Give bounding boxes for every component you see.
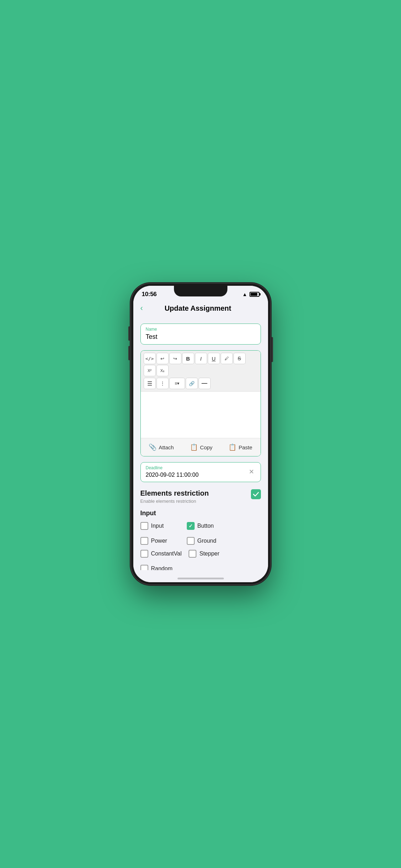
checkbox-label-random: Random xyxy=(151,565,173,570)
redo-button[interactable]: ↪ xyxy=(169,353,181,364)
volume-down-button[interactable] xyxy=(128,346,130,360)
input-section-title: Input xyxy=(140,510,261,517)
power-button[interactable] xyxy=(272,337,273,362)
name-label: Name xyxy=(146,327,256,332)
battery-icon xyxy=(250,292,259,297)
home-bar xyxy=(178,578,224,579)
checkbox-item-stepper[interactable]: Stepper xyxy=(189,550,228,558)
deadline-left: Deadline 2020-09-02 11:00:00 xyxy=(146,465,199,478)
editor-footer: 📎 Attach 📋 Copy 📋 Paste xyxy=(141,438,261,456)
attach-label: Attach xyxy=(159,444,174,450)
restriction-subtitle: Enable elements restriction xyxy=(140,498,209,504)
notch xyxy=(174,286,227,296)
copy-label: Copy xyxy=(200,444,212,450)
copy-button[interactable]: 📋 Copy xyxy=(186,442,216,453)
checkbox-label-ground: Ground xyxy=(197,538,216,544)
editor-toolbar: </> ↩ ↪ B I U 🖊 S X² X₂ ☰ ⋮ ≡▾ xyxy=(141,351,261,392)
name-input[interactable] xyxy=(146,333,256,341)
name-field: Name xyxy=(140,324,261,345)
checkbox-random[interactable] xyxy=(140,565,148,570)
bullet-list-button[interactable]: ☰ xyxy=(144,378,156,389)
checkbox-label-button: Button xyxy=(197,523,214,529)
italic-button[interactable]: I xyxy=(195,353,207,364)
checkbox-item-button[interactable]: Button xyxy=(187,522,226,530)
paste-label: Paste xyxy=(238,444,252,450)
checkbox-button[interactable] xyxy=(187,522,195,530)
superscript-button[interactable]: X² xyxy=(144,365,156,376)
volume-up-button[interactable] xyxy=(128,326,130,341)
checkbox-ground[interactable] xyxy=(187,537,195,545)
strikethrough-button[interactable]: S xyxy=(233,353,246,364)
check-icon xyxy=(253,491,259,497)
checkbox-label-input: Input xyxy=(151,523,164,529)
checkbox-constantval[interactable] xyxy=(140,550,148,558)
subscript-button[interactable]: X₂ xyxy=(156,365,169,376)
deadline-value: 2020-09-02 11:00:00 xyxy=(146,472,199,478)
input-section: Input Input Button xyxy=(140,510,261,570)
restriction-toggle[interactable] xyxy=(251,489,261,499)
toolbar-row-2: ☰ ⋮ ≡▾ 🔗 — xyxy=(144,378,258,389)
input-checkbox-grid: Input Button Power Ground xyxy=(140,522,261,570)
deadline-field[interactable]: Deadline 2020-09-02 11:00:00 ✕ xyxy=(140,462,261,482)
attach-icon: 📎 xyxy=(149,443,156,451)
checkbox-label-constantval: ConstantVal xyxy=(151,551,182,557)
content-scroll[interactable]: Name </> ↩ ↪ B I U 🖊 S X² X₂ xyxy=(133,318,268,570)
code-button[interactable]: </> xyxy=(144,353,156,364)
checkbox-stepper[interactable] xyxy=(189,550,196,558)
toolbar-row-1: </> ↩ ↪ B I U 🖊 S X² X₂ xyxy=(144,353,258,376)
checkbox-item-power[interactable]: Power xyxy=(140,537,180,545)
hr-button[interactable]: — xyxy=(199,378,211,389)
deadline-clear-button[interactable]: ✕ xyxy=(247,466,256,477)
underline-button[interactable]: U xyxy=(208,353,220,364)
wifi-icon: ▲ xyxy=(242,291,247,297)
back-button[interactable]: ‹ xyxy=(140,302,146,314)
checkbox-item-input[interactable]: Input xyxy=(140,522,180,530)
restriction-title-block: Elements restriction Enable elements res… xyxy=(140,489,209,504)
paste-icon: 📋 xyxy=(228,443,236,451)
deadline-label: Deadline xyxy=(146,465,199,470)
phone-screen: 10:56 ▲ ‹ Update Assignment Name xyxy=(133,286,268,582)
checkbox-item-constantval[interactable]: ConstantVal xyxy=(140,550,182,558)
nav-header: ‹ Update Assignment xyxy=(133,299,268,318)
elements-restriction-section: Elements restriction Enable elements res… xyxy=(140,489,261,504)
checkbox-label-power: Power xyxy=(151,538,167,544)
restriction-title: Elements restriction xyxy=(140,489,209,497)
numbered-list-button[interactable]: ⋮ xyxy=(156,378,169,389)
attach-button[interactable]: 📎 Attach xyxy=(145,442,178,453)
checkbox-label-stepper: Stepper xyxy=(199,551,219,557)
page-title: Update Assignment xyxy=(146,304,250,312)
checkbox-row-2: ConstantVal Stepper Random xyxy=(140,550,261,570)
home-indicator xyxy=(133,570,268,582)
status-time: 10:56 xyxy=(142,291,157,298)
paste-button[interactable]: 📋 Paste xyxy=(225,442,256,453)
checkbox-input[interactable] xyxy=(140,522,148,530)
checkbox-item-ground[interactable]: Ground xyxy=(187,537,226,545)
checkbox-row-1: Input Button Power Ground xyxy=(140,522,261,545)
battery-fill xyxy=(251,293,258,296)
copy-icon: 📋 xyxy=(190,443,198,451)
marker-button[interactable]: 🖊 xyxy=(221,353,233,364)
bold-button[interactable]: B xyxy=(182,353,194,364)
status-icons: ▲ xyxy=(242,291,259,297)
editor-body[interactable] xyxy=(141,392,261,438)
editor-container: </> ↩ ↪ B I U 🖊 S X² X₂ ☰ ⋮ ≡▾ xyxy=(140,350,261,456)
phone-frame: 10:56 ▲ ‹ Update Assignment Name xyxy=(131,284,270,584)
link-button[interactable]: 🔗 xyxy=(186,378,198,389)
undo-button[interactable]: ↩ xyxy=(156,353,169,364)
checkbox-power[interactable] xyxy=(140,537,148,545)
align-button[interactable]: ≡▾ xyxy=(169,378,185,389)
checkbox-item-random[interactable]: Random xyxy=(140,565,180,570)
